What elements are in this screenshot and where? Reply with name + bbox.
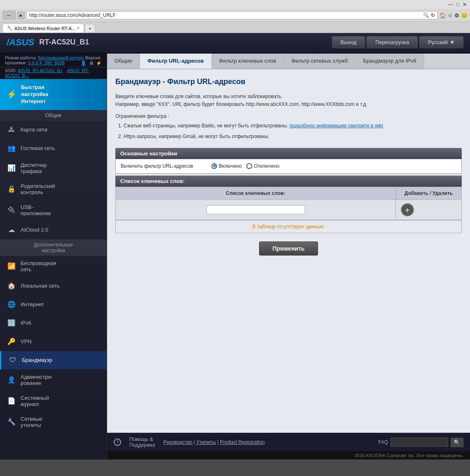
refresh-icon[interactable]: ↻ bbox=[431, 12, 435, 18]
sidebar-item-wireless[interactable]: 📶 Беспроводная сеть bbox=[0, 256, 107, 277]
home-icon[interactable]: 🏠 bbox=[440, 12, 446, 19]
usb-app-icon: 🔌 bbox=[7, 205, 16, 215]
active-tab[interactable]: 🔧 ASUS Wireless Router RT-A... × bbox=[2, 23, 84, 33]
sidebar-item-network-map[interactable]: 🖧 Карта сети bbox=[0, 121, 107, 139]
browser-icons: 🏠 ☆ ⚙ 😊 bbox=[440, 12, 468, 19]
browser-titlebar: — □ ✕ bbox=[0, 0, 470, 9]
sidebar-item-syslog[interactable]: 📄 Системный журнал bbox=[0, 391, 107, 412]
router-container: /ASUS RT-AC52U_B1 Выход Перезагрузка Рус… bbox=[0, 33, 470, 460]
router-header: /ASUS RT-AC52U_B1 Выход Перезагрузка Рус… bbox=[0, 33, 470, 52]
ssid-label: SSID: bbox=[5, 68, 17, 73]
minimize-btn[interactable]: — bbox=[448, 2, 453, 7]
sidebar-item-label: Брандмауэр bbox=[22, 357, 52, 363]
browser-chrome: — □ ✕ ← ▸ http://router.asus.com/Advance… bbox=[0, 0, 470, 33]
sidebar-item-guest-network[interactable]: 👥 Гостевая сеть bbox=[0, 139, 107, 158]
emoji-icon[interactable]: 😊 bbox=[461, 12, 468, 19]
page-title: Брандмауэр - Фильтр URL-адресов bbox=[115, 77, 462, 86]
firmware-value[interactable]: 3.0.0.4_380_6038 bbox=[28, 60, 65, 65]
mode-value[interactable]: Беспроводной роутер bbox=[38, 55, 84, 60]
faq-search-input[interactable] bbox=[390, 438, 448, 447]
manual-link[interactable]: Руководство bbox=[164, 439, 192, 445]
aicloud-icon: ☁ bbox=[7, 225, 16, 235]
tab-network-services-filter[interactable]: Фильтр сетевых служб bbox=[284, 54, 355, 69]
asus-logo: /ASUS RT-AC52U_B1 bbox=[7, 37, 89, 48]
tab-close-btn[interactable]: × bbox=[77, 26, 80, 30]
sep1: | bbox=[194, 439, 195, 445]
utilities-link[interactable]: Утилиты bbox=[196, 439, 216, 445]
sidebar-item-usb-app[interactable]: 🔌 USB- приложение bbox=[0, 200, 107, 221]
main-content: Брандмауэр - Фильтр URL-адресов Введите … bbox=[107, 69, 470, 433]
sidebar-item-label: Гостевая сеть bbox=[21, 145, 55, 151]
language-button[interactable]: Русский ▼ bbox=[419, 36, 463, 48]
sidebar-item-ipv6[interactable]: 🔢 IPv6 bbox=[0, 314, 107, 333]
tab-keyword-filter[interactable]: Фильтр ключевых слов bbox=[212, 54, 284, 69]
chevron-down-icon: ▼ bbox=[449, 39, 455, 45]
keyword-table: Список ключевых слов: Добавить / Удалить bbox=[115, 187, 462, 220]
add-keyword-button[interactable]: ＋ bbox=[401, 203, 414, 216]
sidebar-item-firewall[interactable]: 🛡 Брандмауэр bbox=[0, 351, 107, 370]
restriction1-text: Сжатые веб-страницы, например Baidu, не … bbox=[124, 123, 288, 129]
sidebar-item-lan[interactable]: 🏠 Локальная сеть bbox=[0, 277, 107, 295]
tab-url-filter[interactable]: Фильтр URL-адресов bbox=[140, 54, 212, 69]
logout-button[interactable]: Выход bbox=[332, 36, 365, 48]
tab-ipv6-firewall[interactable]: Брандмауэр для IPv6 bbox=[355, 54, 424, 69]
sidebar-item-label: Системный журнал bbox=[21, 395, 49, 407]
close-btn[interactable]: ✕ bbox=[463, 2, 467, 7]
sidebar-item-internet[interactable]: 🌐 Интернет bbox=[0, 295, 107, 314]
section-general-title: Общие bbox=[0, 110, 107, 121]
sidebar-item-label: AiCloud 2.0 bbox=[21, 227, 48, 233]
sidebar-item-admin[interactable]: 👤 Администри- рование bbox=[0, 370, 107, 391]
sep2: | bbox=[217, 439, 219, 445]
router-model: RT-AC52U_B1 bbox=[39, 38, 89, 47]
col-add-delete: Добавить / Удалить bbox=[396, 187, 462, 199]
sidebar-item-vpn[interactable]: 🔑 VPN bbox=[0, 333, 107, 351]
sidebar-item-quick-setup[interactable]: ⚡ Быстрая настройка Интернет bbox=[0, 79, 107, 110]
keyword-input-cell bbox=[116, 199, 396, 220]
faq-label: FAQ bbox=[378, 439, 388, 445]
wireless-icon: 📶 bbox=[7, 261, 16, 271]
forward-button[interactable]: ▸ bbox=[17, 12, 25, 19]
star-icon[interactable]: ☆ bbox=[448, 12, 453, 19]
browser-toolbar: ← ▸ http://router.asus.com/Advanced_URLF… bbox=[0, 9, 470, 22]
add-delete-cell: ＋ bbox=[396, 199, 462, 220]
keyword-input[interactable] bbox=[206, 205, 305, 214]
new-tab-btn[interactable]: + bbox=[85, 24, 95, 33]
admin-icon: 👤 bbox=[7, 375, 16, 385]
settings-icon[interactable]: ⚙ bbox=[454, 12, 459, 19]
reboot-button[interactable]: Перезагрузка bbox=[367, 36, 417, 48]
radio-enabled[interactable]: Включено bbox=[211, 163, 241, 169]
apply-button[interactable]: Применить bbox=[259, 242, 318, 256]
sidebar-item-label: Карта сети bbox=[21, 127, 47, 133]
usb-icon[interactable]: ⚡ bbox=[96, 61, 102, 66]
radio-enabled-circle bbox=[211, 163, 217, 169]
restriction-item-2: Https-запросы, например Gmail, не могут … bbox=[124, 132, 462, 141]
search-icon: 🔍 bbox=[423, 12, 429, 18]
faq-search-button[interactable]: 🔍 bbox=[451, 438, 463, 447]
url-bar[interactable]: http://router.asus.com/Advanced_URLF 🔍 ↻ bbox=[26, 11, 438, 19]
desc-line2: Например, введя "XXX", URL фильтр будет … bbox=[115, 101, 366, 107]
monitor-icon[interactable]: 🖥 bbox=[89, 61, 94, 66]
help-icon: ? bbox=[114, 438, 121, 446]
back-button[interactable]: ← bbox=[2, 11, 16, 20]
radio-disabled[interactable]: Отключено bbox=[246, 163, 279, 169]
parental-control-icon: 🔒 bbox=[7, 184, 16, 194]
ssid1[interactable]: ASUS_RT-AC52U_B1 bbox=[18, 68, 63, 73]
sidebar-item-traffic-manager[interactable]: 📊 Диспетчер трафика bbox=[0, 158, 107, 179]
wiki-link[interactable]: подробную информацию смотрите в wiki bbox=[290, 123, 383, 129]
restrictions-list: Сжатые веб-страницы, например Baidu, не … bbox=[115, 122, 462, 141]
tab-general[interactable]: Общие bbox=[107, 54, 140, 69]
lan-icon: 🏠 bbox=[7, 281, 16, 291]
url-text: http://router.asus.com/Advanced_URLF bbox=[29, 12, 423, 18]
sidebar-item-aicloud[interactable]: ☁ AiCloud 2.0 bbox=[0, 221, 107, 239]
browser-tabs: 🔧 ASUS Wireless Router RT-A... × + bbox=[0, 22, 470, 33]
product-registration-link[interactable]: Product Registration bbox=[220, 439, 265, 445]
maximize-btn[interactable]: □ bbox=[456, 2, 459, 7]
ipv6-icon: 🔢 bbox=[7, 318, 16, 328]
sidebar-item-network-tools[interactable]: 🔧 Сетевые утилиты bbox=[0, 412, 107, 433]
user-icon[interactable]: 👤 bbox=[81, 61, 87, 66]
nav-tabs: Общие Фильтр URL-адресов Фильтр ключевых… bbox=[107, 54, 470, 69]
sidebar-item-label: Родительский контроль bbox=[21, 183, 55, 195]
sidebar-item-label: Сетевые утилиты bbox=[21, 416, 42, 428]
sidebar-item-parental-control[interactable]: 🔒 Родительский контроль bbox=[0, 179, 107, 200]
sidebar-item-label: VPN bbox=[21, 338, 32, 345]
